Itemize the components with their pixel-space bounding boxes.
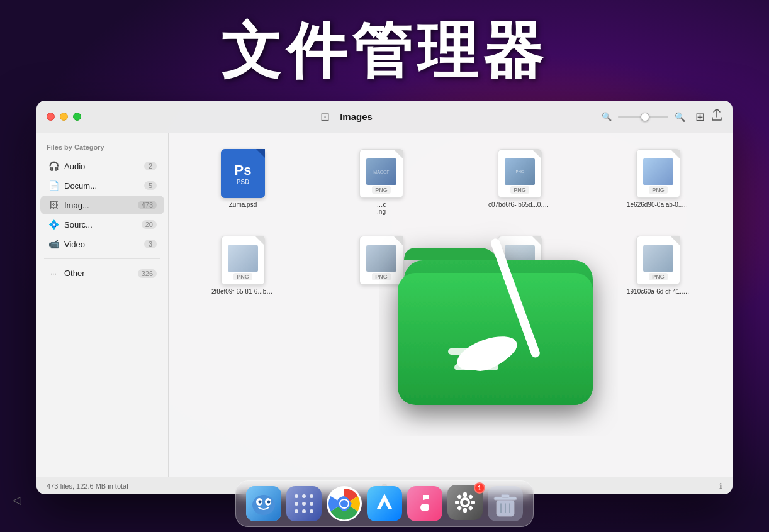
sidebar-item-images[interactable]: 🖼 Imag... 473 — [40, 196, 164, 214]
file-grid-area: Ps PSD Zuma.psd MACGF PNG — [169, 133, 733, 477]
zoom-slider[interactable] — [618, 116, 668, 118]
sidebar-item-source[interactable]: 💠 Sourc... 20 — [40, 215, 164, 234]
svg-point-12 — [267, 501, 271, 504]
sidebar: Files by Category 🎧 Audio 2 📄 Docum... 5… — [36, 133, 169, 477]
svg-rect-34 — [463, 492, 467, 497]
svg-rect-5 — [454, 364, 498, 370]
png-icon-2: MACGF PNG — [359, 149, 403, 198]
appstore-icon — [367, 486, 402, 521]
main-title: 文件管理器 — [0, 11, 769, 93]
launchpad-icon — [286, 486, 322, 521]
svg-point-15 — [302, 494, 306, 498]
file-name-png8: 1910c60a-6d df-41...1c.png — [627, 288, 690, 295]
window-title: Images — [340, 111, 373, 122]
sysprefs-badge: 1 — [474, 482, 485, 494]
dock: 1 — [235, 480, 534, 527]
file-thumb-png8: PNG — [633, 235, 683, 285]
sidebar-header: Files by Category — [36, 143, 168, 156]
sidebar-label-documents: Docum... — [64, 181, 139, 191]
file-thumb-png2: MACGF PNG — [356, 148, 407, 199]
traffic-lights — [47, 113, 81, 121]
sidebar-badge-audio: 2 — [144, 162, 157, 170]
file-name-png4: 1e626d90-0a ab-0...64.png — [627, 201, 690, 208]
audio-icon: 🎧 — [48, 161, 59, 171]
sidebar-label-audio: Audio — [64, 162, 139, 171]
dock-item-appstore[interactable] — [367, 486, 402, 521]
sidebar-item-video[interactable]: 📹 Video 3 — [40, 235, 164, 253]
sidebar-badge-images: 473 — [138, 201, 157, 209]
titlebar-right: 🔍 🔍 ⊞ — [602, 109, 722, 125]
zoom-min-icon: 🔍 — [602, 112, 612, 121]
file-item-png5[interactable]: PNG 2f8ef09f-65 81-6...b8.png — [179, 230, 307, 300]
sidebar-badge-documents: 5 — [144, 181, 157, 190]
dock-item-chrome[interactable] — [327, 486, 362, 521]
svg-point-33 — [463, 500, 468, 505]
svg-point-19 — [310, 502, 313, 506]
app-icon-overlay — [379, 197, 618, 436]
video-icon: 📹 — [48, 239, 59, 249]
statusbar-info-icon[interactable]: ℹ — [719, 482, 722, 490]
psd-icon: Ps PSD — [221, 149, 265, 198]
dock-item-trash[interactable] — [488, 486, 523, 521]
png-icon-4: PNG — [636, 149, 680, 198]
sidebar-badge-other: 326 — [138, 269, 157, 278]
share-icon[interactable] — [711, 109, 722, 125]
chrome-icon — [327, 486, 362, 521]
document-icon: 📄 — [48, 180, 59, 191]
dock-item-launchpad[interactable] — [286, 486, 322, 521]
svg-point-22 — [310, 509, 313, 513]
file-thumb-png5: PNG — [218, 235, 268, 285]
svg-point-8 — [252, 495, 275, 515]
sidebar-badge-video: 3 — [144, 240, 157, 248]
trash-icon — [488, 486, 523, 521]
svg-point-18 — [302, 502, 306, 506]
svg-rect-4 — [448, 348, 505, 355]
sidebar-toggle-icon[interactable]: ⊡ — [320, 110, 330, 124]
file-name-png5: 2f8ef09f-65 81-6...b8.png — [211, 288, 274, 295]
dock-item-music[interactable] — [407, 486, 442, 521]
app-icon-svg — [379, 197, 618, 436]
sidebar-label-video: Video — [64, 240, 139, 249]
svg-point-17 — [295, 502, 298, 506]
app-window: ⊡ Images 🔍 🔍 ⊞ Files by Category 🎧 — [36, 101, 733, 494]
sidebar-item-documents[interactable]: 📄 Docum... 5 — [40, 176, 164, 195]
maximize-button[interactable] — [73, 113, 81, 121]
titlebar: ⊡ Images 🔍 🔍 ⊞ — [36, 101, 733, 133]
minimize-button[interactable] — [60, 113, 68, 121]
svg-point-20 — [295, 509, 298, 513]
svg-rect-28 — [367, 486, 402, 521]
content-area: Files by Category 🎧 Audio 2 📄 Docum... 5… — [36, 133, 733, 477]
svg-point-27 — [340, 500, 348, 507]
back-arrow[interactable]: ◁ — [13, 493, 21, 507]
png-icon-8: PNG — [636, 236, 680, 285]
svg-point-21 — [302, 509, 306, 513]
sidebar-item-audio[interactable]: 🎧 Audio 2 — [40, 157, 164, 175]
png-icon-3: PNG PNG — [498, 149, 542, 198]
file-thumb-png4: PNG — [633, 148, 683, 199]
dock-item-sysprefs[interactable]: 1 — [447, 486, 483, 521]
dock-item-finder[interactable] — [246, 486, 281, 521]
close-button[interactable] — [47, 113, 55, 121]
file-thumb-png3: PNG PNG — [495, 148, 545, 199]
svg-point-11 — [259, 501, 262, 504]
svg-point-16 — [310, 494, 313, 498]
titlebar-center: ⊡ Images — [91, 110, 602, 124]
music-icon — [407, 486, 442, 521]
file-name-psd: Zuma.psd — [229, 201, 257, 208]
png-icon-5: PNG — [221, 236, 265, 285]
source-icon: 💠 — [48, 219, 59, 230]
zoom-max-icon: 🔍 — [675, 112, 685, 122]
svg-rect-36 — [455, 501, 459, 504]
zoom-thumb — [641, 113, 649, 121]
file-item-psd[interactable]: Ps PSD Zuma.psd — [179, 143, 307, 220]
sidebar-item-other[interactable]: ··· Other 326 — [40, 264, 164, 282]
svg-rect-45 — [501, 494, 510, 497]
images-icon: 🖼 — [48, 200, 59, 210]
svg-rect-37 — [471, 501, 475, 504]
sidebar-divider — [44, 258, 160, 259]
svg-point-14 — [295, 494, 298, 498]
sidebar-label-images: Imag... — [64, 201, 133, 210]
grid-view-icon[interactable]: ⊞ — [695, 110, 705, 124]
other-icon: ··· — [48, 269, 59, 278]
svg-rect-35 — [463, 508, 467, 513]
